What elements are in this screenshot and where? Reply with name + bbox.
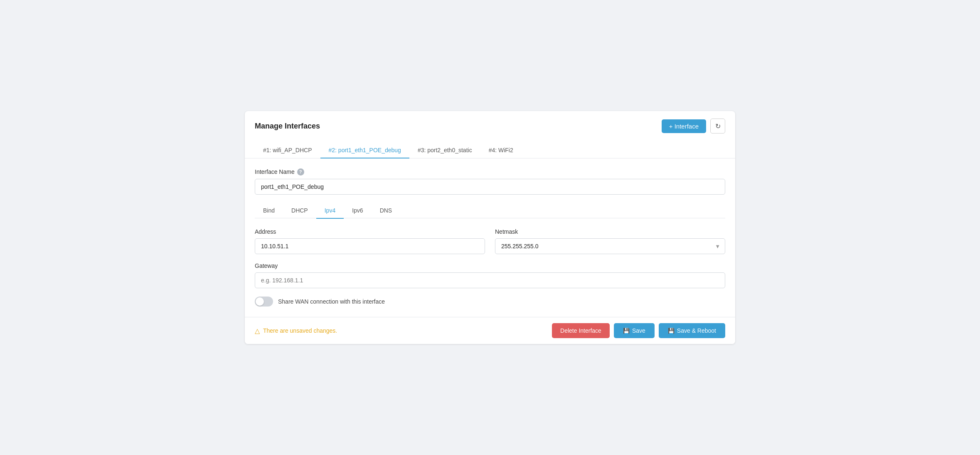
toggle-knob — [256, 297, 264, 306]
sub-tabs: Bind DHCP Ipv4 Ipv6 DNS — [255, 203, 725, 219]
manage-interfaces-card: Manage Interfaces + Interface ↻ #1: wifi… — [245, 111, 735, 344]
card-header: Manage Interfaces + Interface ↻ — [245, 111, 735, 134]
save-reboot-icon: 💾 — [668, 328, 675, 334]
delete-interface-button[interactable]: Delete Interface — [552, 323, 610, 338]
gateway-label: Gateway — [255, 262, 725, 269]
interface-tab-3[interactable]: #3: port2_eth0_static — [409, 143, 480, 158]
share-wan-row: Share WAN connection with this interface — [255, 297, 725, 307]
sub-tab-bind[interactable]: Bind — [255, 203, 283, 219]
sub-tab-ipv6[interactable]: Ipv6 — [344, 203, 371, 219]
unsaved-notice: △ There are unsaved changes. — [255, 327, 337, 335]
netmask-col: Netmask 255.255.255.0 255.255.0.0 255.0.… — [495, 228, 725, 254]
sub-tab-dns[interactable]: DNS — [372, 203, 401, 219]
save-reboot-button[interactable]: 💾 Save & Reboot — [659, 323, 725, 338]
warning-icon: △ — [255, 327, 260, 335]
card-footer: △ There are unsaved changes. Delete Inte… — [245, 317, 735, 344]
address-label: Address — [255, 228, 485, 235]
netmask-select[interactable]: 255.255.255.0 255.255.0.0 255.0.0.0 255.… — [495, 238, 725, 254]
sub-tab-ipv4[interactable]: Ipv4 — [316, 203, 344, 219]
refresh-button[interactable]: ↻ — [710, 119, 725, 134]
netmask-label: Netmask — [495, 228, 725, 235]
interface-tab-4[interactable]: #4: WiFi2 — [480, 143, 522, 158]
address-netmask-row: Address Netmask 255.255.255.0 255.255.0.… — [255, 228, 725, 254]
interface-tabs: #1: wifi_AP_DHCP #2: port1_eth1_POE_debu… — [245, 137, 735, 158]
gateway-input[interactable] — [255, 272, 725, 288]
interface-name-label: Interface Name ? — [255, 168, 725, 176]
refresh-icon: ↻ — [715, 122, 721, 130]
save-button[interactable]: 💾 Save — [614, 323, 655, 338]
header-actions: + Interface ↻ — [662, 119, 725, 134]
share-wan-label: Share WAN connection with this interface — [278, 298, 385, 305]
interface-tab-2[interactable]: #2: port1_eth1_POE_debug — [320, 143, 409, 158]
page-title: Manage Interfaces — [255, 122, 320, 131]
interface-name-input[interactable] — [255, 179, 725, 195]
interface-name-section: Interface Name ? — [255, 168, 725, 195]
sub-tab-dhcp[interactable]: DHCP — [283, 203, 316, 219]
address-col: Address — [255, 228, 485, 254]
unsaved-text: There are unsaved changes. — [263, 327, 337, 334]
help-icon[interactable]: ? — [297, 168, 304, 176]
gateway-section: Gateway — [255, 262, 725, 288]
share-wan-toggle[interactable] — [255, 297, 273, 307]
add-interface-button[interactable]: + Interface — [662, 119, 706, 133]
netmask-select-wrapper: 255.255.255.0 255.255.0.0 255.0.0.0 255.… — [495, 238, 725, 254]
interface-tab-1[interactable]: #1: wifi_AP_DHCP — [255, 143, 320, 158]
save-icon: 💾 — [623, 328, 630, 334]
card-body: Interface Name ? Bind DHCP Ipv4 Ipv6 DNS… — [245, 158, 735, 340]
address-input[interactable] — [255, 238, 485, 254]
footer-right: Delete Interface 💾 Save 💾 Save & Reboot — [552, 323, 725, 338]
